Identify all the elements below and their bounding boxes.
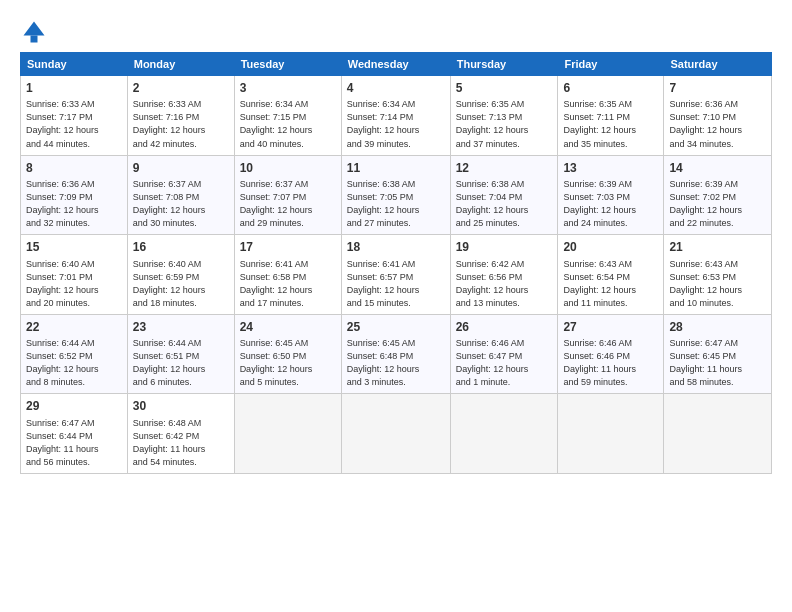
page: SundayMondayTuesdayWednesdayThursdayFrid…	[0, 0, 792, 612]
day-detail: Sunrise: 6:44 AMSunset: 6:51 PMDaylight:…	[133, 337, 229, 389]
day-number: 19	[456, 239, 553, 256]
day-detail: Sunrise: 6:41 AMSunset: 6:57 PMDaylight:…	[347, 258, 445, 310]
day-number: 29	[26, 398, 122, 415]
logo-icon	[20, 18, 48, 46]
day-cell: 10Sunrise: 6:37 AMSunset: 7:07 PMDayligh…	[234, 155, 341, 235]
day-cell: 15Sunrise: 6:40 AMSunset: 7:01 PMDayligh…	[21, 235, 128, 315]
day-detail: Sunrise: 6:39 AMSunset: 7:02 PMDaylight:…	[669, 178, 766, 230]
calendar-table: SundayMondayTuesdayWednesdayThursdayFrid…	[20, 52, 772, 474]
day-detail: Sunrise: 6:44 AMSunset: 6:52 PMDaylight:…	[26, 337, 122, 389]
day-cell: 3Sunrise: 6:34 AMSunset: 7:15 PMDaylight…	[234, 76, 341, 156]
day-detail: Sunrise: 6:48 AMSunset: 6:42 PMDaylight:…	[133, 417, 229, 469]
header-row: SundayMondayTuesdayWednesdayThursdayFrid…	[21, 53, 772, 76]
day-number: 21	[669, 239, 766, 256]
day-detail: Sunrise: 6:36 AMSunset: 7:09 PMDaylight:…	[26, 178, 122, 230]
day-cell: 29Sunrise: 6:47 AMSunset: 6:44 PMDayligh…	[21, 394, 128, 474]
svg-marker-0	[24, 22, 45, 36]
day-detail: Sunrise: 6:42 AMSunset: 6:56 PMDaylight:…	[456, 258, 553, 310]
day-cell: 14Sunrise: 6:39 AMSunset: 7:02 PMDayligh…	[664, 155, 772, 235]
day-number: 14	[669, 160, 766, 177]
day-cell: 13Sunrise: 6:39 AMSunset: 7:03 PMDayligh…	[558, 155, 664, 235]
day-detail: Sunrise: 6:47 AMSunset: 6:45 PMDaylight:…	[669, 337, 766, 389]
day-detail: Sunrise: 6:39 AMSunset: 7:03 PMDaylight:…	[563, 178, 658, 230]
day-number: 11	[347, 160, 445, 177]
header-cell-thursday: Thursday	[450, 53, 558, 76]
header-cell-saturday: Saturday	[664, 53, 772, 76]
day-detail: Sunrise: 6:43 AMSunset: 6:53 PMDaylight:…	[669, 258, 766, 310]
week-row-4: 22Sunrise: 6:44 AMSunset: 6:52 PMDayligh…	[21, 314, 772, 394]
day-number: 16	[133, 239, 229, 256]
day-number: 18	[347, 239, 445, 256]
day-cell	[341, 394, 450, 474]
day-number: 23	[133, 319, 229, 336]
day-cell: 24Sunrise: 6:45 AMSunset: 6:50 PMDayligh…	[234, 314, 341, 394]
day-number: 7	[669, 80, 766, 97]
day-cell: 23Sunrise: 6:44 AMSunset: 6:51 PMDayligh…	[127, 314, 234, 394]
day-detail: Sunrise: 6:35 AMSunset: 7:11 PMDaylight:…	[563, 98, 658, 150]
svg-rect-1	[31, 36, 38, 43]
day-detail: Sunrise: 6:38 AMSunset: 7:04 PMDaylight:…	[456, 178, 553, 230]
day-cell: 26Sunrise: 6:46 AMSunset: 6:47 PMDayligh…	[450, 314, 558, 394]
day-cell: 1Sunrise: 6:33 AMSunset: 7:17 PMDaylight…	[21, 76, 128, 156]
day-number: 8	[26, 160, 122, 177]
day-cell: 17Sunrise: 6:41 AMSunset: 6:58 PMDayligh…	[234, 235, 341, 315]
day-detail: Sunrise: 6:45 AMSunset: 6:50 PMDaylight:…	[240, 337, 336, 389]
week-row-3: 15Sunrise: 6:40 AMSunset: 7:01 PMDayligh…	[21, 235, 772, 315]
day-number: 24	[240, 319, 336, 336]
day-detail: Sunrise: 6:45 AMSunset: 6:48 PMDaylight:…	[347, 337, 445, 389]
day-detail: Sunrise: 6:40 AMSunset: 6:59 PMDaylight:…	[133, 258, 229, 310]
day-number: 12	[456, 160, 553, 177]
week-row-1: 1Sunrise: 6:33 AMSunset: 7:17 PMDaylight…	[21, 76, 772, 156]
day-number: 20	[563, 239, 658, 256]
day-number: 22	[26, 319, 122, 336]
day-cell: 25Sunrise: 6:45 AMSunset: 6:48 PMDayligh…	[341, 314, 450, 394]
day-detail: Sunrise: 6:46 AMSunset: 6:46 PMDaylight:…	[563, 337, 658, 389]
day-number: 5	[456, 80, 553, 97]
day-number: 1	[26, 80, 122, 97]
day-cell: 19Sunrise: 6:42 AMSunset: 6:56 PMDayligh…	[450, 235, 558, 315]
day-cell: 5Sunrise: 6:35 AMSunset: 7:13 PMDaylight…	[450, 76, 558, 156]
day-detail: Sunrise: 6:36 AMSunset: 7:10 PMDaylight:…	[669, 98, 766, 150]
day-cell: 21Sunrise: 6:43 AMSunset: 6:53 PMDayligh…	[664, 235, 772, 315]
day-number: 28	[669, 319, 766, 336]
day-cell: 9Sunrise: 6:37 AMSunset: 7:08 PMDaylight…	[127, 155, 234, 235]
day-number: 13	[563, 160, 658, 177]
day-cell	[664, 394, 772, 474]
header-cell-sunday: Sunday	[21, 53, 128, 76]
day-number: 17	[240, 239, 336, 256]
header-cell-tuesday: Tuesday	[234, 53, 341, 76]
day-number: 2	[133, 80, 229, 97]
day-number: 4	[347, 80, 445, 97]
header-cell-friday: Friday	[558, 53, 664, 76]
day-cell: 7Sunrise: 6:36 AMSunset: 7:10 PMDaylight…	[664, 76, 772, 156]
day-cell: 4Sunrise: 6:34 AMSunset: 7:14 PMDaylight…	[341, 76, 450, 156]
calendar-body: 1Sunrise: 6:33 AMSunset: 7:17 PMDaylight…	[21, 76, 772, 474]
header	[20, 18, 772, 46]
day-detail: Sunrise: 6:43 AMSunset: 6:54 PMDaylight:…	[563, 258, 658, 310]
header-cell-monday: Monday	[127, 53, 234, 76]
day-detail: Sunrise: 6:41 AMSunset: 6:58 PMDaylight:…	[240, 258, 336, 310]
day-cell: 11Sunrise: 6:38 AMSunset: 7:05 PMDayligh…	[341, 155, 450, 235]
day-cell: 22Sunrise: 6:44 AMSunset: 6:52 PMDayligh…	[21, 314, 128, 394]
day-number: 3	[240, 80, 336, 97]
day-detail: Sunrise: 6:35 AMSunset: 7:13 PMDaylight:…	[456, 98, 553, 150]
day-cell: 28Sunrise: 6:47 AMSunset: 6:45 PMDayligh…	[664, 314, 772, 394]
day-number: 10	[240, 160, 336, 177]
day-cell: 16Sunrise: 6:40 AMSunset: 6:59 PMDayligh…	[127, 235, 234, 315]
day-detail: Sunrise: 6:37 AMSunset: 7:07 PMDaylight:…	[240, 178, 336, 230]
week-row-2: 8Sunrise: 6:36 AMSunset: 7:09 PMDaylight…	[21, 155, 772, 235]
day-cell: 18Sunrise: 6:41 AMSunset: 6:57 PMDayligh…	[341, 235, 450, 315]
day-cell: 27Sunrise: 6:46 AMSunset: 6:46 PMDayligh…	[558, 314, 664, 394]
day-cell	[234, 394, 341, 474]
header-cell-wednesday: Wednesday	[341, 53, 450, 76]
day-detail: Sunrise: 6:46 AMSunset: 6:47 PMDaylight:…	[456, 337, 553, 389]
day-number: 27	[563, 319, 658, 336]
calendar-header: SundayMondayTuesdayWednesdayThursdayFrid…	[21, 53, 772, 76]
logo	[20, 18, 52, 46]
day-detail: Sunrise: 6:34 AMSunset: 7:15 PMDaylight:…	[240, 98, 336, 150]
week-row-5: 29Sunrise: 6:47 AMSunset: 6:44 PMDayligh…	[21, 394, 772, 474]
day-cell: 8Sunrise: 6:36 AMSunset: 7:09 PMDaylight…	[21, 155, 128, 235]
day-number: 30	[133, 398, 229, 415]
day-number: 6	[563, 80, 658, 97]
day-cell: 12Sunrise: 6:38 AMSunset: 7:04 PMDayligh…	[450, 155, 558, 235]
